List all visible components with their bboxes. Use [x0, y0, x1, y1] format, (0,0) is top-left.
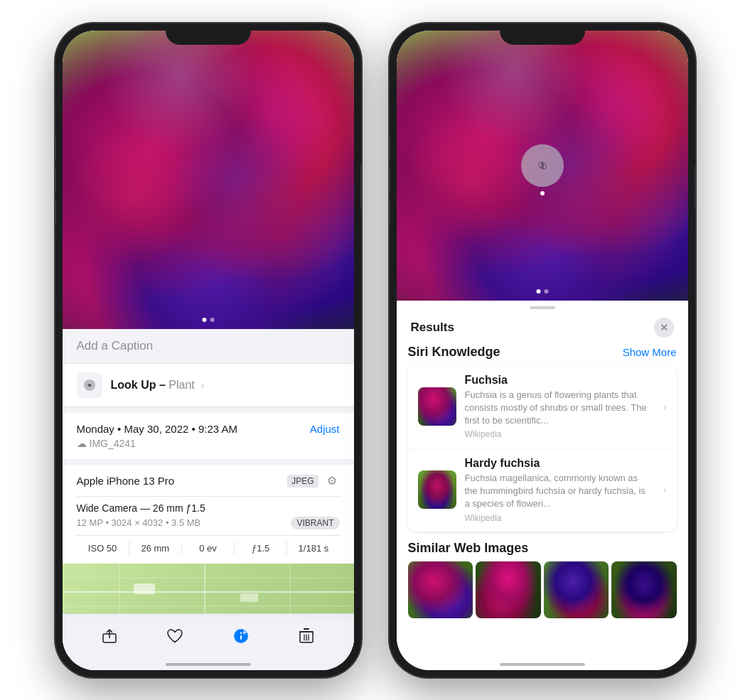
hardy-fuchsia-source: Wikipedia	[465, 513, 652, 523]
page-dot-1	[202, 318, 206, 322]
caption-placeholder: Add a Caption	[77, 339, 154, 352]
cloud-icon: ☁	[77, 438, 87, 449]
left-screen: Add a Caption Look Up – Plant ›	[63, 31, 354, 670]
photo-area[interactable]	[63, 31, 354, 329]
visual-lookup-button[interactable]	[521, 144, 564, 187]
exif-row: ISO 50 26 mm 0 ev ƒ1.5 1/181 s	[77, 536, 340, 555]
right-page-dot-2	[544, 289, 548, 294]
notch	[166, 23, 251, 45]
right-page-dot-1	[536, 289, 540, 294]
svg-point-12	[240, 632, 242, 634]
exif-aperture: ƒ1.5	[235, 542, 287, 555]
meta-date: Monday • May 30, 2022 • 9:23 AM	[77, 423, 237, 435]
hardy-fuchsia-chevron: ›	[663, 484, 667, 495]
resolution: 12 MP • 3024 × 4032 • 3.5 MB	[77, 517, 201, 528]
visual-lookup-icon	[77, 372, 102, 398]
share-button[interactable]	[97, 623, 122, 649]
meta-filename: ☁ IMG_4241	[77, 438, 340, 449]
fuchsia-chevron: ›	[663, 401, 667, 412]
siri-knowledge-header: Siri Knowledge Show More	[408, 345, 677, 360]
hardy-fuchsia-item[interactable]: Hardy fuchsia Fuchsia magellanica, commo…	[408, 448, 677, 532]
notch-right	[500, 23, 585, 45]
flower-overlay	[63, 31, 354, 329]
results-sheet: Results ✕ Siri Knowledge Show More	[397, 301, 688, 670]
similar-images-row	[408, 561, 677, 618]
similar-section: Similar Web Images	[397, 532, 688, 624]
right-photo-area[interactable]	[397, 31, 688, 301]
exif-iso: ISO 50	[77, 542, 129, 555]
camera-specs: Wide Camera — 26 mm ƒ1.5 12 MP • 3024 × …	[77, 497, 340, 536]
lookup-row[interactable]: Look Up – Plant ›	[63, 364, 354, 407]
fuchsia-description: Fuchsia is a genus of flowering plants t…	[465, 389, 652, 428]
svg-rect-7	[134, 583, 155, 594]
right-home-indicator	[500, 663, 585, 666]
right-phone: Results ✕ Siri Knowledge Show More	[390, 23, 695, 677]
siri-knowledge-section: Siri Knowledge Show More Fuchsia Fuchsia…	[397, 345, 688, 532]
map-area[interactable]	[63, 564, 354, 620]
page-dots	[202, 318, 214, 322]
device-badges: JPEG ⚙	[287, 473, 339, 489]
show-more-button[interactable]: Show More	[623, 346, 677, 358]
adjust-button[interactable]: Adjust	[310, 423, 340, 435]
right-screen: Results ✕ Siri Knowledge Show More	[397, 31, 688, 670]
similar-image-3[interactable]	[544, 561, 609, 618]
lookup-text: Look Up – Plant ›	[111, 379, 205, 392]
device-section: Apple iPhone 13 Pro JPEG ⚙ Wide Camera —…	[63, 465, 354, 564]
camera-type: Wide Camera — 26 mm ƒ1.5	[77, 502, 340, 514]
right-page-dots	[536, 289, 548, 294]
svg-rect-13	[240, 635, 242, 640]
delete-button[interactable]	[294, 623, 319, 649]
hardy-thumbnail	[418, 470, 456, 509]
format-badge: JPEG	[287, 475, 318, 488]
knowledge-card: Fuchsia Fuchsia is a genus of flowering …	[408, 365, 677, 532]
exif-focal: 26 mm	[129, 542, 182, 555]
fuchsia-item[interactable]: Fuchsia Fuchsia is a genus of flowering …	[408, 365, 677, 449]
vibrant-badge: VIBRANT	[291, 517, 339, 529]
svg-rect-8	[240, 593, 258, 602]
results-header: Results ✕	[397, 309, 688, 345]
fuchsia-thumbnail	[418, 387, 456, 426]
info-button[interactable]	[228, 623, 254, 649]
fuchsia-source: Wikipedia	[465, 429, 652, 439]
similar-image-2[interactable]	[476, 561, 541, 618]
left-phone: Add a Caption Look Up – Plant ›	[55, 23, 361, 677]
fuchsia-content: Fuchsia Fuchsia is a genus of flowering …	[465, 374, 652, 440]
similar-image-4[interactable]	[611, 561, 677, 618]
hardy-fuchsia-description: Fuchsia magellanica, commonly known as t…	[465, 472, 652, 511]
close-button[interactable]: ✕	[654, 318, 674, 338]
exif-shutter: 1/181 s	[287, 542, 339, 555]
fuchsia-name: Fuchsia	[465, 374, 652, 387]
similar-title: Similar Web Images	[408, 541, 677, 556]
page-dot-2	[210, 318, 214, 322]
caption-field[interactable]: Add a Caption	[63, 329, 354, 364]
home-indicator	[166, 663, 251, 666]
favorite-button[interactable]	[162, 623, 188, 649]
visual-lookup-dot	[540, 191, 545, 195]
gear-icon[interactable]: ⚙	[324, 473, 340, 489]
map-roads	[63, 564, 354, 620]
results-title: Results	[411, 321, 454, 335]
hardy-fuchsia-name: Hardy fuchsia	[465, 457, 652, 470]
exif-ev: 0 ev	[182, 542, 235, 555]
hardy-fuchsia-content: Hardy fuchsia Fuchsia magellanica, commo…	[465, 457, 652, 523]
bottom-toolbar	[63, 613, 354, 670]
meta-section: Monday • May 30, 2022 • 9:23 AM Adjust ☁…	[63, 413, 354, 459]
siri-knowledge-title: Siri Knowledge	[408, 345, 500, 360]
device-name: Apple iPhone 13 Pro	[77, 475, 175, 487]
similar-image-1[interactable]	[408, 561, 473, 618]
